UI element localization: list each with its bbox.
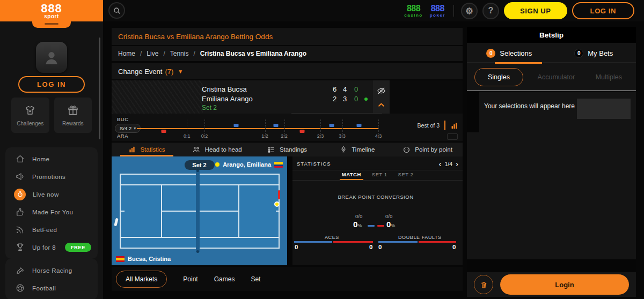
bpc-p2-pct: 0% (386, 220, 395, 229)
court-net (196, 170, 200, 252)
market-point[interactable]: Point (183, 275, 197, 283)
my-bets-count-badge: 0 (574, 49, 583, 58)
scoreboard-dark-area (390, 80, 463, 114)
betslip-login-button[interactable]: Login (500, 274, 629, 295)
tab-label: Timeline (352, 146, 375, 153)
poker-logo[interactable]: 888 poker (429, 4, 447, 18)
set-selector-value: Set 2 (120, 125, 131, 131)
sidebar-item-live-now[interactable]: Live now (5, 185, 98, 203)
megaphone-icon (15, 171, 25, 182)
active-tab-underline (495, 62, 542, 64)
stats-divider-2 (292, 180, 463, 181)
stats-tab-set2[interactable]: SET 2 (398, 171, 414, 180)
casino-logo[interactable]: 888 casino (403, 4, 423, 18)
empty-selections-message: Your selections will appear here (484, 102, 575, 110)
market-games[interactable]: Games (214, 275, 235, 283)
help-icon: ? (488, 6, 494, 16)
timeline-score-label: 3:3 (339, 133, 346, 139)
pill-multiples[interactable]: Multiples (589, 73, 628, 81)
sidebar-login-button[interactable]: LOG IN (18, 76, 85, 93)
login-button-header[interactable]: LOG IN (572, 2, 634, 19)
stats-tab-match[interactable]: MATCH (342, 171, 361, 180)
sign-up-label: SIGN UP (520, 7, 551, 15)
timeline-player1-code: BUC (117, 116, 129, 122)
change-event-dropdown[interactable]: Change Event (7) ▼ (112, 63, 463, 79)
challenges-card[interactable]: Challenges (11, 98, 49, 133)
p2-set2-score: 3 (343, 95, 347, 103)
challenges-label: Challenges (17, 121, 43, 126)
betslip-footer: Login (467, 272, 636, 297)
sidebar-item-betfeed[interactable]: BetFeed (5, 221, 98, 238)
tab-selections[interactable]: 0 Selections (467, 43, 552, 63)
rewards-card[interactable]: Rewards (54, 98, 92, 133)
nav-label: Horse Racing (32, 267, 72, 274)
sidebar-item-up-for-8[interactable]: Up for 8 FREE (5, 238, 98, 256)
tab-standings[interactable]: Standings (252, 143, 323, 156)
bar-chart-icon[interactable] (450, 122, 458, 130)
breadcrumb-live[interactable]: Live (135, 50, 158, 57)
tab-head-to-head[interactable]: Head to head (182, 143, 252, 156)
help-button[interactable]: ? (482, 3, 499, 19)
main-content: Cristina Bucsa vs Emiliana Arango Bettin… (112, 26, 463, 299)
market-all-markets[interactable]: All Markets (116, 271, 167, 288)
search-button[interactable] (108, 2, 125, 19)
avatar[interactable] (36, 42, 67, 73)
sidebar-item-horse-racing[interactable]: Horse Racing (5, 261, 98, 279)
horse-icon (15, 265, 25, 275)
market-set[interactable]: Set (251, 275, 260, 283)
betslip-placeholder-box (577, 99, 631, 119)
center-mark-left (121, 211, 125, 212)
tab-statistics[interactable]: Statistics (112, 143, 182, 156)
player2-name: Emiliana Arango (202, 95, 253, 103)
pill-singles[interactable]: Singles (474, 68, 523, 86)
brand-sport: sport (44, 13, 59, 19)
tab-point-by-point[interactable]: Point by point (392, 143, 463, 156)
breadcrumb-home[interactable]: Home (118, 50, 135, 57)
aces-p2-value: 0 (369, 244, 372, 250)
sidebar-nav: Home Promotions Live now Made For You Be… (5, 147, 98, 259)
pager-prev-icon[interactable]: ‹ (438, 160, 441, 168)
statistics-pager: ‹ 1/4 › (438, 160, 458, 168)
settings-button[interactable]: ⚙ (461, 3, 478, 19)
timeline-event-marker (161, 130, 166, 133)
timeline-divider (444, 121, 445, 130)
tab-label: Standings (280, 146, 307, 153)
player1-name: Cristina Bucsa (202, 85, 247, 93)
pager-next-icon[interactable]: › (456, 160, 458, 168)
pill-accumulator[interactable]: Accumulator (531, 73, 581, 81)
sidebar-item-made-for-you[interactable]: Made For You (5, 203, 98, 221)
casino-label: casino (404, 13, 422, 18)
bpc-p1-ratio: 0/0 (355, 213, 362, 219)
p1-set1-score: 6 (333, 85, 336, 93)
timeline-score-label: 4:3 (375, 133, 382, 139)
brand-logo[interactable]: 888 sport (0, 0, 103, 21)
eye-slash-icon[interactable] (377, 86, 386, 95)
timeline-score-label: 2:2 (281, 133, 288, 139)
betslip-tabs: 0 Selections 0 My Bets (467, 43, 636, 63)
tab-my-bets[interactable]: 0 My Bets (552, 43, 636, 63)
trash-icon (480, 281, 488, 289)
sidebar-scrollbar[interactable] (99, 38, 100, 139)
selections-count-badge: 0 (486, 49, 495, 58)
bet-type-pills: Singles Accumulator Multiples (467, 63, 636, 91)
sign-up-button[interactable]: SIGN UP (504, 2, 567, 19)
stats-tab-set1[interactable]: SET 1 (372, 171, 387, 180)
timeline-right-cluster: Best of 3 (418, 121, 458, 130)
collapse-chevron-icon[interactable] (377, 101, 385, 108)
sidebar-item-football[interactable]: Football (5, 279, 98, 297)
tab-label: Head to head (205, 146, 242, 153)
sidebar: LOG IN Challenges Rewards Home (0, 21, 103, 299)
statistics-title: STATISTICS (297, 161, 331, 167)
singles-line-bottom (121, 237, 279, 238)
breadcrumb-current: Cristina Bucsa vs Emiliana Arango (188, 50, 306, 57)
football-icon (15, 283, 25, 293)
betslip-left-strip (467, 92, 479, 132)
breadcrumb-tennis[interactable]: Tennis (158, 50, 188, 57)
sidebar-item-home[interactable]: Home (5, 150, 98, 168)
court-player-bottom: Bucsa, Cristina (116, 256, 171, 262)
clear-betslip-button[interactable] (474, 275, 493, 294)
stats-scope-tabs: MATCH SET 1 SET 2 (292, 171, 463, 180)
tab-timeline[interactable]: Timeline (322, 143, 392, 156)
timeline-player2-code: ARA (117, 133, 128, 139)
sidebar-item-promotions[interactable]: Promotions (5, 168, 98, 185)
